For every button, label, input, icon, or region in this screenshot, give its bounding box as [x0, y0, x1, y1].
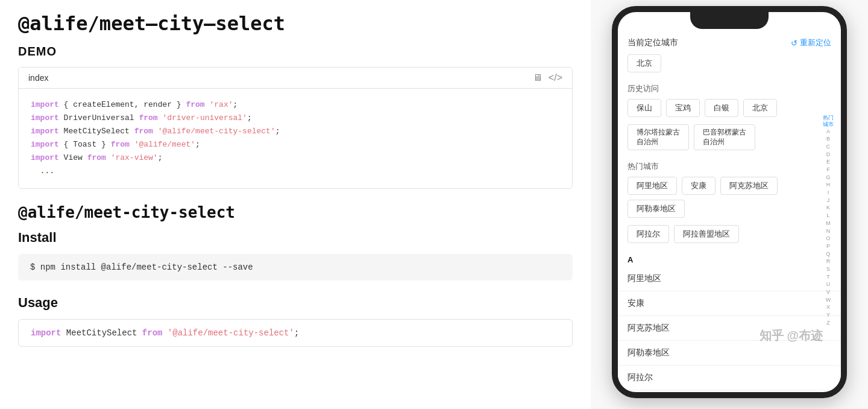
- az-e[interactable]: E: [826, 159, 830, 166]
- code-line-6: ...: [31, 165, 560, 178]
- phone-mockup: 当前定位城市 ↺ 重新定位 北京 历史访问 保山 宝鸡 白银 北京: [612, 6, 847, 398]
- city-select-header: 当前定位城市 ↺ 重新定位: [618, 29, 841, 54]
- code-line-2: import DriverUniversal from 'driver-univ…: [31, 112, 560, 125]
- az-j[interactable]: J: [827, 197, 830, 204]
- relocate-label: 重新定位: [800, 37, 831, 48]
- right-panel: 当前定位城市 ↺ 重新定位 北京 历史访问 保山 宝鸡 白银 北京: [591, 0, 868, 409]
- usage-block: import MeetCitySelect from '@alife/meet-…: [18, 319, 573, 347]
- city-list-item[interactable]: 安康: [618, 291, 841, 316]
- city-list-item[interactable]: 阿克苏地区: [618, 316, 841, 341]
- az-u[interactable]: U: [826, 281, 831, 288]
- history-tag[interactable]: 北京: [743, 99, 777, 117]
- az-g[interactable]: G: [826, 174, 830, 182]
- az-y[interactable]: Y: [826, 312, 830, 319]
- az-d[interactable]: D: [826, 151, 831, 159]
- code-block-header: index 🖥 </>: [19, 68, 572, 89]
- history-tag[interactable]: 保山: [627, 99, 661, 117]
- az-w[interactable]: W: [826, 297, 831, 304]
- history-tag[interactable]: 白银: [705, 99, 738, 117]
- history-tags-2: 博尔塔拉蒙古自治州 巴音郭楞蒙古自治州: [618, 124, 841, 157]
- hot-tags-1: 阿里地区 安康 阿克苏地区 阿勒泰地区: [618, 177, 841, 225]
- current-city-tags: 北京: [618, 54, 841, 80]
- az-k[interactable]: K: [826, 204, 830, 212]
- install-cmd: $ npm install @alife/meet-city-select --…: [30, 262, 253, 272]
- section-a-divider: A: [618, 250, 841, 267]
- install-block: $ npm install @alife/meet-city-select --…: [18, 254, 573, 281]
- demo-label: DEMO: [18, 45, 573, 59]
- az-c[interactable]: C: [826, 144, 831, 151]
- city-list-item[interactable]: 阿拉尔: [618, 366, 841, 390]
- relocate-button[interactable]: ↺ 重新定位: [791, 37, 831, 48]
- code-icons: 🖥 </>: [533, 72, 562, 83]
- history-tags: 保山 宝鸡 白银 北京: [618, 99, 841, 124]
- hot-tags-2: 阿拉尔 阿拉善盟地区: [618, 225, 841, 250]
- hot-tag[interactable]: 阿拉善盟地区: [674, 225, 739, 243]
- code-line-1: import { createElement, render } from 'r…: [31, 98, 560, 112]
- demo-code-block: index 🖥 </> import { createElement, rend…: [18, 67, 573, 189]
- az-t[interactable]: T: [826, 274, 830, 281]
- code-toggle-icon[interactable]: </>: [549, 72, 562, 83]
- left-panel: @alife/meet–city–select DEMO index 🖥 </>…: [0, 0, 591, 409]
- current-city-label: 当前定位城市: [627, 37, 678, 48]
- hot-tag[interactable]: 安康: [682, 177, 715, 195]
- code-line-5: import View from 'rax-view';: [31, 151, 560, 165]
- az-f[interactable]: F: [826, 166, 830, 174]
- az-n[interactable]: N: [826, 228, 831, 235]
- code-line-4: import { Toast } from '@alife/meet';: [31, 138, 560, 151]
- monitor-icon[interactable]: 🖥: [533, 72, 542, 83]
- main-title: @alife/meet–city–select: [18, 12, 573, 35]
- history-tag[interactable]: 宝鸡: [666, 99, 700, 117]
- az-o[interactable]: O: [826, 235, 830, 243]
- history-tag-multi[interactable]: 博尔塔拉蒙古自治州: [627, 124, 689, 150]
- history-label: 历史访问: [627, 83, 659, 94]
- phone-notch: [690, 12, 769, 29]
- phone-content: 当前定位城市 ↺ 重新定位 北京 历史访问 保山 宝鸡 白银 北京: [618, 29, 841, 390]
- hot-tag[interactable]: 阿克苏地区: [720, 177, 778, 195]
- city-list-item[interactable]: 阿勒泰地区: [618, 341, 841, 366]
- hot-label: 热门城市: [627, 161, 659, 172]
- history-section-header: 历史访问: [618, 80, 841, 99]
- relocate-icon: ↺: [791, 39, 797, 48]
- az-p[interactable]: P: [826, 243, 830, 250]
- hot-tag[interactable]: 阿拉尔: [627, 225, 669, 243]
- code-line-3: import MeetCitySelect from '@alife/meet-…: [31, 125, 560, 138]
- usage-label: Usage: [18, 295, 573, 311]
- az-index: 热门城市 A B C D E F G H I J K L M N O P Q R…: [823, 115, 834, 326]
- hot-index-label[interactable]: 热门城市: [823, 115, 834, 128]
- az-v[interactable]: V: [826, 289, 830, 296]
- install-label: Install: [18, 230, 573, 246]
- section-title: @alife/meet-city-select: [18, 203, 573, 221]
- az-z[interactable]: Z: [826, 320, 830, 327]
- az-b[interactable]: B: [826, 136, 830, 143]
- code-tab[interactable]: index: [28, 73, 48, 83]
- az-h[interactable]: H: [826, 182, 831, 189]
- az-q[interactable]: Q: [826, 251, 830, 258]
- history-tag-multi2[interactable]: 巴音郭楞蒙古自治州: [694, 124, 755, 150]
- hot-tag[interactable]: 阿里地区: [627, 177, 677, 195]
- az-m[interactable]: M: [826, 220, 831, 227]
- az-i[interactable]: I: [828, 189, 829, 197]
- hot-tag[interactable]: 阿勒泰地区: [627, 200, 685, 218]
- az-r[interactable]: R: [826, 258, 831, 265]
- city-list-item[interactable]: 阿里地区: [618, 267, 841, 291]
- current-city-tag[interactable]: 北京: [627, 54, 661, 72]
- az-a[interactable]: A: [826, 128, 830, 136]
- az-l[interactable]: L: [826, 212, 829, 220]
- code-body: import { createElement, render } from 'r…: [19, 89, 572, 188]
- az-s[interactable]: S: [826, 266, 830, 273]
- hot-section-header: 热门城市: [618, 157, 841, 177]
- az-x[interactable]: X: [826, 304, 830, 311]
